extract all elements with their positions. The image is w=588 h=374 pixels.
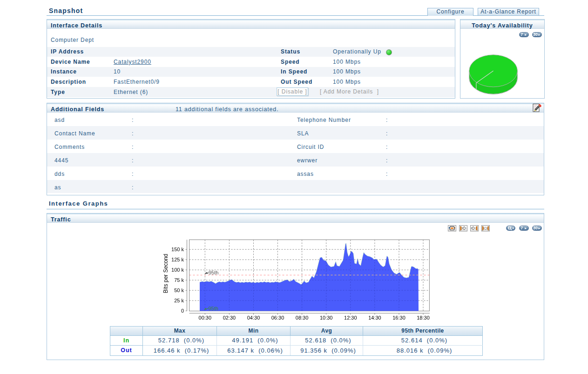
svg-text:18:30: 18:30 (417, 315, 430, 321)
svg-text:25 k: 25 k (174, 298, 184, 303)
svg-text:04:30: 04:30 (247, 315, 260, 321)
svg-text:00:30: 00:30 (199, 315, 212, 321)
svg-text:14:30: 14:30 (368, 315, 381, 321)
svg-text:16:30: 16:30 (392, 315, 406, 321)
svg-text:10:30: 10:30 (320, 315, 333, 321)
svg-text:125 k: 125 k (171, 257, 184, 262)
svg-text:100 k: 100 k (171, 267, 184, 273)
svg-text:08:30: 08:30 (296, 315, 309, 321)
svg-text:0: 0 (181, 308, 184, 314)
svg-text:95th: 95th (209, 270, 218, 275)
svg-text:Bits per Second: Bits per Second (162, 254, 169, 294)
svg-text:95th: 95th (209, 306, 218, 311)
svg-text:06:30: 06:30 (271, 315, 284, 321)
svg-text:12:30: 12:30 (344, 315, 357, 321)
svg-text:75 k: 75 k (174, 277, 184, 283)
svg-text:150 k: 150 k (171, 247, 184, 252)
svg-text:50 k: 50 k (174, 287, 184, 293)
svg-text:02:30: 02:30 (223, 315, 236, 321)
